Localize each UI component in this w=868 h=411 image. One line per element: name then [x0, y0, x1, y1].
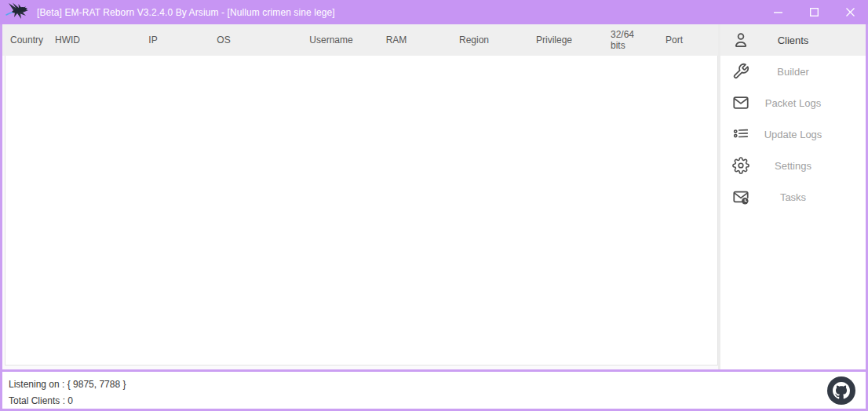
column-header-hwid[interactable]: HWID	[55, 24, 80, 56]
client-table-header: Country HWID IP OS Username RAM Region P…	[2, 24, 718, 56]
close-button[interactable]	[832, 0, 868, 24]
maximize-button[interactable]	[796, 0, 832, 24]
titlebar[interactable]: [Beta] EM-RAT Reborn V3.2.4.0 By Arsium …	[0, 0, 868, 24]
sidebar-nav: Clients Builder Packet Logs	[718, 24, 866, 369]
sidebar-item-packet-logs[interactable]: Packet Logs	[720, 87, 866, 118]
maximize-icon	[810, 8, 819, 16]
column-header-os[interactable]: OS	[217, 24, 230, 56]
sidebar-item-tasks[interactable]: Tasks	[720, 181, 866, 213]
envelope-icon	[731, 93, 750, 112]
column-header-privilege[interactable]: Privilege	[536, 24, 572, 56]
sidebar-item-settings[interactable]: Settings	[720, 150, 866, 181]
person-icon	[731, 31, 750, 49]
statusbar: Listening on : { 9875, 7788 } Total Clie…	[2, 372, 866, 409]
wrench-icon	[731, 62, 750, 81]
column-header-country[interactable]: Country	[10, 24, 43, 56]
minimize-icon	[774, 12, 782, 13]
app-window: [Beta] EM-RAT Reborn V3.2.4.0 By Arsium …	[0, 0, 868, 411]
eagle-logo-icon	[5, 2, 31, 24]
window-controls	[760, 0, 868, 24]
column-header-region[interactable]: Region	[459, 24, 489, 56]
client-table-body	[5, 56, 718, 366]
minimize-button[interactable]	[760, 0, 796, 24]
column-header-bits[interactable]: 32/64 bits	[611, 24, 647, 56]
column-header-ip[interactable]: IP	[148, 24, 157, 56]
sidebar-item-update-logs[interactable]: Update Logs	[720, 118, 866, 150]
listening-status: Listening on : { 9875, 7788 }	[9, 376, 866, 393]
envelope-clock-icon	[731, 187, 750, 206]
list-icon	[731, 125, 750, 144]
column-header-port[interactable]: Port	[666, 24, 683, 56]
close-icon	[846, 8, 855, 16]
client-list-panel: Country HWID IP OS Username RAM Region P…	[2, 24, 718, 369]
sidebar-item-builder[interactable]: Builder	[720, 56, 866, 87]
content-area: Country HWID IP OS Username RAM Region P…	[2, 24, 866, 369]
github-icon	[833, 382, 850, 399]
column-header-ram[interactable]: RAM	[386, 24, 407, 56]
sidebar-item-clients[interactable]: Clients	[720, 24, 866, 56]
github-button[interactable]	[827, 376, 855, 405]
window-title: [Beta] EM-RAT Reborn V3.2.4.0 By Arsium …	[37, 7, 335, 18]
total-clients-status: Total Clients : 0	[9, 393, 866, 409]
column-header-username[interactable]: Username	[309, 24, 352, 56]
gear-icon	[731, 156, 750, 175]
